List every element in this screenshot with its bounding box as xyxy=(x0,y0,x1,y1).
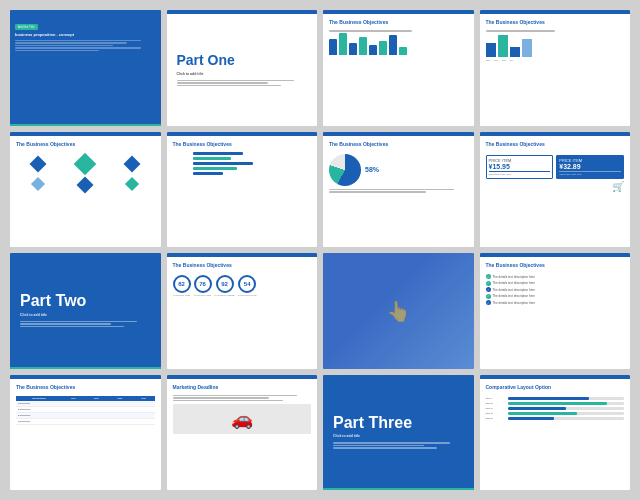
text-line xyxy=(20,326,124,328)
bar-8 xyxy=(399,47,407,55)
number-circle: 54 xyxy=(238,275,256,293)
bar-7 xyxy=(389,35,397,55)
hand-icon: 👆 xyxy=(386,299,411,323)
slide-14: Marketing Deadline 🚗 xyxy=(167,375,318,491)
text-line xyxy=(177,80,294,82)
prog-track xyxy=(508,417,625,420)
price-box-1: PRICE ITEM ¥15.95 description text here xyxy=(486,155,554,179)
pie-percent: 58% xyxy=(365,166,379,173)
check-text: The details text description here xyxy=(493,275,536,279)
progress-bars: Item A Item B Item C xyxy=(486,397,625,420)
slide-9: Part Two Click to add title xyxy=(10,253,161,369)
marketing-title: Marketing Deadline xyxy=(173,384,312,390)
prog-label: Item A xyxy=(486,397,506,400)
slide-11: 👆 xyxy=(323,253,474,369)
hbar-fill xyxy=(193,162,253,165)
part-one-title: Part One xyxy=(177,53,308,68)
diamond xyxy=(74,152,97,175)
hbar-fill xyxy=(193,157,231,160)
prog-fill xyxy=(508,397,590,400)
comparative-title: Comparative Layout Option xyxy=(486,384,625,390)
check-icon: ✓ xyxy=(486,294,491,299)
check-text: The details text description here xyxy=(493,288,536,292)
bar-label: 6% xyxy=(510,59,514,62)
text-line xyxy=(333,442,450,444)
prog-row: Item B xyxy=(486,402,625,405)
obj-title: The Business Objectives xyxy=(173,141,312,147)
number-item-1: 82 CAPTION ONE xyxy=(173,275,191,297)
check-icon: ✓ xyxy=(486,300,491,305)
slide-5: The Business Objectives xyxy=(10,132,161,248)
diamond xyxy=(30,155,47,172)
data-table: Description Key Stat Year Avg Example01 … xyxy=(16,396,155,425)
diamond xyxy=(124,155,141,172)
text-line xyxy=(329,191,426,193)
hbar-fill xyxy=(193,172,223,175)
obj-title: The Business Objectives xyxy=(486,141,625,147)
prog-label: Item C xyxy=(486,407,506,410)
accent-bottom xyxy=(323,488,474,490)
prog-track xyxy=(508,407,625,410)
prog-label: Item B xyxy=(486,402,506,405)
prog-row: Item E xyxy=(486,417,625,420)
pie-chart xyxy=(329,154,361,186)
check-row: ✓ The details text description here xyxy=(486,274,625,279)
prog-row: Item C xyxy=(486,407,625,410)
check-text: The details text description here xyxy=(493,294,536,298)
hand-photo: 👆 xyxy=(323,253,474,369)
text-line xyxy=(15,42,127,44)
hbars xyxy=(173,152,312,175)
prog-label: Item E xyxy=(486,417,506,420)
text-line xyxy=(177,85,281,87)
number-circle: 92 xyxy=(216,275,234,293)
text-line xyxy=(173,400,284,402)
check-icon: ✓ xyxy=(486,274,491,279)
slide-grid: Add the Title business proposition . con… xyxy=(10,10,630,490)
bar-label: 32% xyxy=(502,59,507,62)
price-val-1: ¥15.95 xyxy=(489,163,551,170)
table-cell: Example04 xyxy=(16,418,62,424)
obj-title: The Business Objectives xyxy=(486,262,625,268)
slide-15: Part Three Click to add title xyxy=(323,375,474,491)
bar xyxy=(486,43,496,57)
slide-tag: Add the Title xyxy=(15,24,38,30)
hbar-row xyxy=(173,167,312,170)
slide-7: The Business Objectives 58% xyxy=(323,132,474,248)
obj-title: The Business Objectives xyxy=(16,384,155,390)
prog-track xyxy=(508,397,625,400)
check-icon: ✓ xyxy=(486,281,491,286)
hbar-row xyxy=(173,172,312,175)
table-cell xyxy=(62,418,84,424)
accent-bottom xyxy=(10,124,161,126)
concept-title: business proposition . concept xyxy=(15,32,156,38)
slide-1: Add the Title business proposition . con… xyxy=(10,10,161,126)
prog-row: Item D xyxy=(486,412,625,415)
obj-title: The Business Objectives xyxy=(329,19,468,25)
number-label: CAPTION ONE xyxy=(173,294,190,297)
slide-12: The Business Objectives ✓ The details te… xyxy=(480,253,631,369)
text-line xyxy=(486,30,555,32)
number-label: CAPTION THREE xyxy=(215,294,235,297)
diamond xyxy=(77,176,94,193)
prog-track xyxy=(508,412,625,415)
check-text: The details text description here xyxy=(493,281,536,285)
click-title: Click to add title xyxy=(177,72,308,76)
check-rows: ✓ The details text description here ✓ Th… xyxy=(486,274,625,305)
bar-5 xyxy=(369,45,377,55)
text-line xyxy=(20,323,111,325)
prog-row: Item A xyxy=(486,397,625,400)
bar-label: 32% xyxy=(494,59,499,62)
part-two-title: Part Two xyxy=(20,292,151,310)
bar-1 xyxy=(329,39,337,55)
price-desc: description text here xyxy=(489,173,551,176)
number-label: CAPTION TWO xyxy=(194,294,212,297)
accent-bottom xyxy=(10,367,161,369)
text-line xyxy=(20,321,137,323)
slide-10: The Business Objectives 82 CAPTION ONE 7… xyxy=(167,253,318,369)
bar-4 xyxy=(359,37,367,55)
click-title: Click to add title xyxy=(20,313,151,317)
bar-label: 30% xyxy=(486,59,491,62)
number-label: CAPTION FOUR xyxy=(238,294,257,297)
bar xyxy=(510,47,520,57)
check-icon: ✓ xyxy=(486,287,491,292)
